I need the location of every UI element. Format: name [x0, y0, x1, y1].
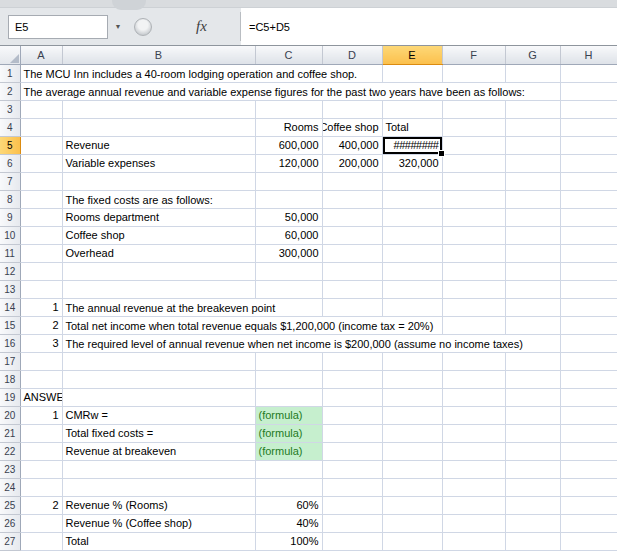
cell-D12[interactable] — [322, 262, 382, 280]
cell-D27[interactable] — [322, 532, 382, 550]
cell-H9[interactable] — [560, 208, 617, 226]
cell-B27[interactable]: Total — [62, 532, 255, 550]
cell-A13[interactable] — [20, 280, 62, 298]
cell-D18[interactable] — [322, 370, 382, 388]
row-header-2[interactable]: 2 — [0, 82, 20, 100]
column-header-F[interactable]: F — [442, 46, 505, 64]
cell-A10[interactable] — [20, 226, 62, 244]
cell-D22[interactable] — [322, 442, 382, 460]
row-header-8[interactable]: 8 — [0, 190, 20, 208]
cell-E4[interactable]: Total — [382, 118, 442, 136]
cell-E6[interactable]: 320,000 — [382, 154, 442, 172]
cell-E18[interactable] — [382, 370, 442, 388]
cell-H19[interactable] — [560, 388, 617, 406]
cell-G18[interactable] — [505, 370, 560, 388]
cell-E24[interactable] — [382, 478, 442, 496]
row-header-25[interactable]: 25 — [0, 496, 20, 514]
cell-G20[interactable] — [505, 406, 560, 424]
cell-C11[interactable]: 300,000 — [255, 244, 322, 262]
cell-D24[interactable] — [322, 478, 382, 496]
cell-A25[interactable]: 2 — [20, 496, 62, 514]
cell-H13[interactable] — [560, 280, 617, 298]
row-header-5[interactable]: 5 — [0, 136, 20, 154]
cell-G23[interactable] — [505, 460, 560, 478]
cell-A12[interactable] — [20, 262, 62, 280]
cell-E8[interactable] — [382, 190, 442, 208]
cell-G27[interactable] — [505, 532, 560, 550]
row-header-14[interactable]: 14 — [0, 298, 20, 316]
cell-C20[interactable]: (formula) — [255, 406, 322, 424]
cell-A20[interactable]: 1 — [20, 406, 62, 424]
row-header-9[interactable]: 9 — [0, 208, 20, 226]
cell-E23[interactable] — [382, 460, 442, 478]
row-header-11[interactable]: 11 — [0, 244, 20, 262]
cell-H10[interactable] — [560, 226, 617, 244]
insert-function-button[interactable]: fx — [196, 18, 207, 35]
cell-C26[interactable]: 40% — [255, 514, 322, 532]
cell-C4[interactable]: Rooms — [255, 118, 322, 136]
cell-A16[interactable]: 3 — [20, 334, 62, 352]
row-header-16[interactable]: 16 — [0, 334, 20, 352]
cell-D19[interactable] — [322, 388, 382, 406]
cell-A15[interactable]: 2 — [20, 316, 62, 334]
cell-F6[interactable] — [442, 154, 505, 172]
column-header-H[interactable]: H — [560, 46, 617, 64]
cell-B7[interactable] — [62, 172, 255, 190]
cell-C8[interactable] — [255, 190, 322, 208]
cell-H8[interactable] — [560, 190, 617, 208]
cell-A19[interactable]: ANSWER — [20, 388, 62, 406]
cell-B18[interactable] — [62, 370, 255, 388]
cell-G10[interactable] — [505, 226, 560, 244]
cell-D7[interactable] — [322, 172, 382, 190]
cell-H20[interactable] — [560, 406, 617, 424]
cell-B10[interactable]: Coffee shop — [62, 226, 255, 244]
cell-H21[interactable] — [560, 424, 617, 442]
cell-E14[interactable] — [382, 298, 442, 316]
cell-D10[interactable] — [322, 226, 382, 244]
cell-D8[interactable] — [322, 190, 382, 208]
cell-G22[interactable] — [505, 442, 560, 460]
cell-E25[interactable] — [382, 496, 442, 514]
cell-G21[interactable] — [505, 424, 560, 442]
cell-B21[interactable]: Total fixed costs = — [62, 424, 255, 442]
cell-A11[interactable] — [20, 244, 62, 262]
cell-E17[interactable] — [382, 352, 442, 370]
cell-G12[interactable] — [505, 262, 560, 280]
cell-D26[interactable] — [322, 514, 382, 532]
cell-E7[interactable] — [382, 172, 442, 190]
cell-C27[interactable]: 100% — [255, 532, 322, 550]
cell-C12[interactable] — [255, 262, 322, 280]
cell-B11[interactable]: Overhead — [62, 244, 255, 262]
cell-F20[interactable] — [442, 406, 505, 424]
cell-C23[interactable] — [255, 460, 322, 478]
cell-B20[interactable]: CMRw = — [62, 406, 255, 424]
cell-B5[interactable]: Revenue — [62, 136, 255, 154]
cell-D11[interactable] — [322, 244, 382, 262]
cell-F5[interactable] — [442, 136, 505, 154]
cell-A18[interactable] — [20, 370, 62, 388]
cell-H4[interactable] — [560, 118, 617, 136]
cell-H2[interactable] — [560, 82, 617, 100]
select-all-corner[interactable] — [0, 46, 20, 64]
row-header-12[interactable]: 12 — [0, 262, 20, 280]
cell-E11[interactable] — [382, 244, 442, 262]
cell-A26[interactable] — [20, 514, 62, 532]
cell-C9[interactable]: 50,000 — [255, 208, 322, 226]
cell-F26[interactable] — [442, 514, 505, 532]
cell-B8[interactable]: The fixed costs are as follows: — [62, 190, 255, 208]
cell-F10[interactable] — [442, 226, 505, 244]
cell-D21[interactable] — [322, 424, 382, 442]
cell-H5[interactable] — [560, 136, 617, 154]
cell-G4[interactable] — [505, 118, 560, 136]
row-header-24[interactable]: 24 — [0, 478, 20, 496]
cell-F22[interactable] — [442, 442, 505, 460]
cell-A8[interactable] — [20, 190, 62, 208]
cell-D9[interactable] — [322, 208, 382, 226]
row-header-18[interactable]: 18 — [0, 370, 20, 388]
cell-H6[interactable] — [560, 154, 617, 172]
cell-G1[interactable] — [505, 64, 560, 82]
cell-F24[interactable] — [442, 478, 505, 496]
cell-F23[interactable] — [442, 460, 505, 478]
cell-G26[interactable] — [505, 514, 560, 532]
row-header-20[interactable]: 20 — [0, 406, 20, 424]
